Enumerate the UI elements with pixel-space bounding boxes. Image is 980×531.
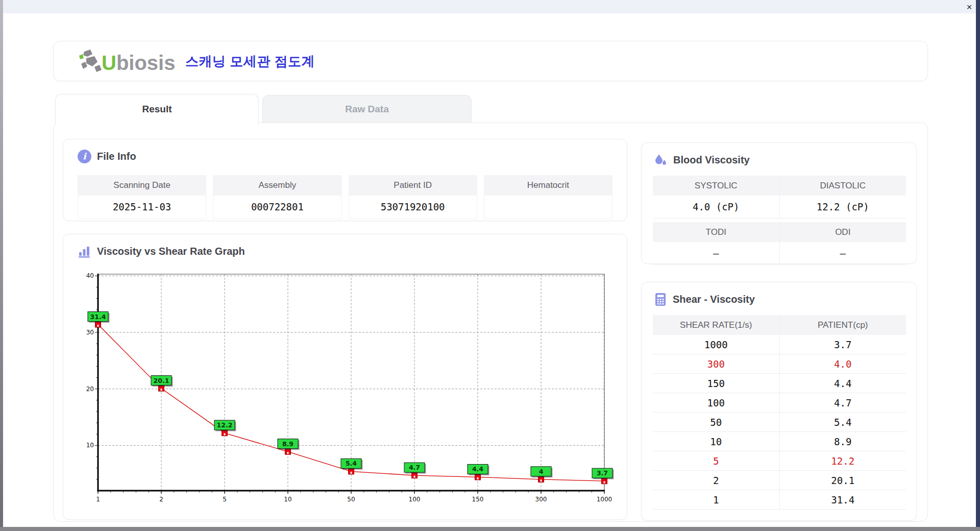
x-tick-label: 50 [347, 496, 355, 503]
y-tick-label: 40 [86, 272, 94, 279]
droplets-icon [654, 153, 668, 167]
table-row: 10003.7 [653, 335, 906, 354]
file-info-title: File Info [97, 151, 136, 162]
ubiosis-logo-icon: Ubiosis [77, 47, 194, 76]
shear-rate-cell: 100 [653, 393, 780, 413]
blood-viscosity-title: Blood Viscosity [673, 154, 750, 166]
marker-notch [477, 477, 479, 479]
value-label-text: 3.7 [597, 469, 608, 477]
bv-value-cell: – [780, 242, 906, 265]
patient-cp-cell: 5.4 [780, 413, 906, 432]
patient-cp-cell: 20.1 [780, 471, 906, 490]
svg-text:Ubiosis: Ubiosis [102, 52, 175, 74]
marker-notch [604, 481, 605, 484]
shear-rate-cell: 1 [653, 490, 780, 510]
field-value [484, 196, 612, 219]
value-label-text: 8.9 [282, 440, 293, 448]
shear-rate-cell: 50 [653, 413, 780, 432]
file-info-field: Assembly000722801 [213, 175, 341, 219]
table-row: 1504.4 [653, 374, 906, 393]
marker-notch [224, 433, 226, 436]
marker-notch [351, 472, 352, 474]
app-title: 스캐닝 모세관 점도계 [185, 53, 315, 70]
marker-notch [97, 325, 99, 327]
shear-header-cell: SHEAR RATE(1/s) [653, 315, 780, 335]
marker-notch [287, 452, 289, 454]
field-label: Patient ID [349, 175, 477, 196]
patient-cp-cell: 4.4 [780, 374, 906, 393]
file-info-field: Patient ID53071920100 [349, 175, 477, 219]
x-tick-label: 10 [284, 496, 291, 503]
field-label: Scanning Date [78, 175, 206, 196]
patient-cp-cell: 31.4 [780, 490, 906, 510]
tab-result[interactable]: Result [55, 94, 259, 125]
shear-rate-cell: 5 [653, 451, 780, 471]
shear-viscosity-card: Shear - Viscosity SHEAR RATE(1/s)PATIENT… [641, 282, 917, 521]
bv-value-cell: – [653, 242, 780, 265]
graph-title: Viscosity vs Shear Rate Graph [97, 246, 245, 257]
field-value: 53071920100 [349, 196, 477, 219]
patient-cp-cell: 12.2 [780, 451, 906, 471]
patient-cp-cell: 8.9 [780, 432, 906, 451]
x-tick-label: 100 [409, 496, 421, 503]
graph-card: Viscosity vs Shear Rate Graph 1020304012… [63, 234, 627, 520]
bv-header-cell: DIASTOLIC [780, 176, 906, 196]
value-label-text: 12.2 [217, 421, 233, 429]
field-label: Assembly [213, 175, 341, 196]
file-info-card: i File Info Scanning Date2025-11-03Assem… [63, 139, 627, 221]
shear-rate-cell: 150 [653, 374, 780, 393]
table-row: 131.4 [653, 490, 906, 510]
bv-value-row: 4.0 (cP)12.2 (cP) [653, 196, 906, 219]
header-card: Ubiosis 스캐닝 모세관 점도계 [53, 41, 928, 81]
window-titlebar [0, 0, 980, 14]
blood-viscosity-table: SYSTOLICDIASTOLIC4.0 (cP)12.2 (cP)TODIOD… [653, 176, 906, 265]
info-icon: i [78, 150, 91, 163]
field-value: 2025-11-03 [78, 196, 206, 219]
y-tick-label: 20 [86, 385, 94, 393]
shear-rate-cell: 300 [653, 354, 780, 374]
patient-cp-cell: 4.7 [780, 393, 906, 413]
bv-value-row: –– [653, 242, 906, 265]
calculator-icon [654, 293, 667, 306]
file-info-field: Hematocrit [484, 175, 612, 219]
value-label-text: 4.4 [472, 465, 483, 473]
x-tick-label: 150 [472, 496, 484, 503]
x-tick-label: 300 [535, 496, 547, 503]
bv-header-cell: SYSTOLIC [653, 176, 780, 196]
table-row: 108.9 [653, 432, 906, 451]
field-value: 000722801 [213, 196, 341, 219]
blood-viscosity-card: Blood Viscosity SYSTOLICDIASTOLIC4.0 (cP… [641, 142, 917, 264]
bar-chart-icon [78, 245, 91, 258]
window-edge-right [976, 0, 980, 527]
patient-cp-cell: 3.7 [780, 335, 906, 354]
file-info-grid: Scanning Date2025-11-03Assembly000722801… [78, 175, 612, 219]
table-row: 3004.0 [653, 354, 906, 374]
y-tick-label: 30 [86, 329, 94, 336]
value-label-text: 4 [539, 468, 544, 475]
shear-rate-cell: 2 [653, 471, 780, 490]
patient-cp-cell: 4.0 [780, 354, 906, 374]
shear-header-cell: PATIENT(cp) [780, 315, 906, 335]
window-edge-left [0, 0, 3, 527]
shear-rate-cell: 1000 [653, 335, 780, 354]
shear-header-row: SHEAR RATE(1/s)PATIENT(cp) [653, 315, 906, 335]
value-label-text: 4.7 [409, 464, 420, 471]
table-row: 1004.7 [653, 393, 906, 413]
bv-header-row: SYSTOLICDIASTOLIC [653, 176, 906, 196]
x-tick-label: 5 [223, 496, 227, 503]
table-row: 512.2 [653, 451, 906, 471]
bv-value-cell: 12.2 (cP) [780, 196, 906, 219]
result-panel: i File Info Scanning Date2025-11-03Assem… [53, 123, 928, 522]
window-edge-bottom [0, 527, 980, 531]
close-icon[interactable]: × [963, 1, 976, 13]
tab-raw-data[interactable]: Raw Data [262, 95, 472, 124]
marker-notch [541, 479, 542, 481]
table-row: 220.1 [653, 471, 906, 490]
x-tick-label: 1000 [597, 496, 612, 503]
bv-header-row: TODIODI [653, 222, 906, 242]
bv-value-cell: 4.0 (cP) [653, 196, 780, 219]
value-label-text: 31.4 [90, 313, 106, 321]
shear-viscosity-table: SHEAR RATE(1/s)PATIENT(cp)10003.73004.01… [653, 315, 906, 510]
x-tick-label: 2 [159, 496, 163, 503]
value-label-text: 20.1 [154, 377, 169, 384]
